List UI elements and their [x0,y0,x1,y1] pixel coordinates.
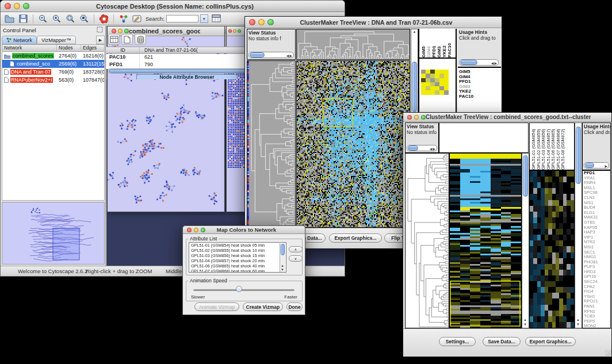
cluster-submatrix[interactable] [421,70,449,95]
matrix-cell[interactable] [421,82,426,86]
matrix-cell[interactable] [430,86,435,90]
attribute-list[interactable]: GPL51-01 (GSM854) heat shock 05 minGPL51… [189,242,286,273]
matrix-cell[interactable] [439,90,444,94]
right-vscrollbar[interactable]: ▲ ▼ [575,122,582,328]
treeview1-title-bar[interactable]: ClusterMaker TreeView : DNA and Tran 07-… [245,17,502,28]
matrix-cell[interactable] [430,70,435,74]
matrix-cell[interactable] [435,82,439,86]
scroll-thumb[interactable] [412,62,417,112]
minimize-icon[interactable] [414,115,419,120]
heatmap-vscrollbar[interactable]: ▲ ▼ [522,153,529,328]
scroll-thumb[interactable] [250,52,265,58]
row-dendrogram[interactable] [405,153,449,328]
zoom-in-icon[interactable] [51,13,62,24]
close-icon[interactable] [112,29,116,33]
matrix-cell[interactable] [444,78,449,82]
matrix-cell[interactable] [430,82,435,86]
delete-attribute-icon[interactable] [135,34,146,45]
zoom-out-icon[interactable] [37,13,48,24]
close-icon[interactable] [407,115,412,120]
float-panel-icon[interactable] [97,26,103,34]
attribute-item[interactable]: GPL51-04 (GSM857) heat shock 20 min [189,258,286,263]
array-label[interactable]: GPL51-01 (GSM854) [531,123,536,170]
scroll-thumb[interactable] [281,244,285,255]
save-icon[interactable] [18,13,29,24]
tab-vizmapper[interactable]: VizMapper™ [37,36,76,44]
matrix-cell[interactable] [426,70,430,74]
zoom-icon[interactable] [421,115,426,120]
matrix-cell[interactable] [435,70,439,74]
zoom-icon[interactable] [23,3,29,9]
tab-overflow-button[interactable]: ▶ [96,36,105,44]
network-table-row[interactable]: combined_scores2764(0)16218(0) [2,52,104,60]
scroll-thumb[interactable] [408,145,418,151]
scroll-arrows[interactable]: ▶ [605,163,608,169]
minimize-icon[interactable] [233,29,236,33]
matrix-cell[interactable] [430,90,435,94]
attribute-item[interactable]: GPL51-07 (GSM868) heat shock 60 min [189,269,286,273]
zoom-icon[interactable] [124,29,129,33]
scroll-up-icon[interactable]: ▲ [411,30,418,34]
scroll-arrows[interactable]: ◀▶ [286,53,293,59]
matrix-cell[interactable] [426,74,430,78]
scroll-arrows[interactable]: ◀▶ [430,146,436,152]
minimize-icon[interactable] [258,19,265,25]
scroll-up-icon[interactable]: ▲ [281,264,284,268]
main-title-bar[interactable]: Cytoscape Desktop (Session Name: collins… [1,1,345,12]
scroll-down-icon[interactable]: ▼ [576,323,580,327]
close-icon[interactable] [5,3,11,9]
array-label[interactable]: GPL51-03 (GSM856) [541,123,546,170]
matrix-cell[interactable] [444,70,449,74]
scroll-down-icon[interactable]: ▼ [281,268,284,272]
matrix-cell[interactable] [439,74,444,78]
open-folder-icon[interactable] [4,13,15,24]
array-label[interactable]: GPL51-02 (GSM855) [536,123,541,170]
matrix-cell[interactable] [421,78,426,82]
scroll-up-icon[interactable]: ▲ [576,318,580,322]
network-table-row[interactable]: RNAPuberNov2+I563(0)107847(0) [2,76,104,84]
minimize-icon[interactable] [118,29,123,33]
row-label[interactable]: PAC10 [458,94,501,99]
tab-network[interactable]: Network [2,36,37,44]
scroll-thumb[interactable] [523,155,528,197]
matrix-cell[interactable] [435,90,439,94]
main-heatmap-canvas[interactable] [296,60,410,228]
donebutton[interactable]: Done [286,302,303,311]
select-attributes-icon[interactable] [108,34,120,45]
matrix-cell[interactable] [444,86,449,90]
gene-label-list[interactable]: PFD1YRA1RNR4MSL1SPC98CLN1NIS1BUD4ELG1MAK… [582,170,611,328]
create-vizmapbutton[interactable]: Create Vizmap [243,302,283,311]
minimize-icon[interactable] [194,228,198,232]
resize-grip[interactable] [605,350,611,356]
search-input[interactable] [166,15,198,22]
matrix-cell[interactable] [421,70,426,74]
col-network[interactable]: Network [2,45,57,51]
close-icon[interactable] [187,228,192,232]
minimize-icon[interactable] [14,3,20,9]
scroll-thumb[interactable] [585,163,594,168]
attribute-item[interactable]: GPL51-01 (GSM854) heat shock 05 min [189,243,286,248]
scroll-up-icon[interactable]: ▲ [523,318,527,322]
attribute-item[interactable]: GPL51-06 (GSM865) heat shock 40 min [189,263,286,269]
row-dendrogram[interactable] [249,61,295,227]
matrix-cell[interactable] [430,78,435,82]
expression-heatmap-canvas[interactable] [449,153,522,328]
network-table-row[interactable]: combined_sco2569(6)13112(15) [2,60,104,68]
zoom-selected-icon[interactable] [79,13,90,24]
attribute-item[interactable]: GPL51-02 (GSM855) heat shock 10 min [189,248,286,253]
speed-slider-track[interactable] [193,289,294,291]
network-overview-panel[interactable] [2,202,105,265]
export-graphics-button[interactable]: Export Graphics... [525,337,576,346]
close-icon[interactable] [249,19,255,25]
column-dendrogram-panel[interactable] [439,122,529,153]
matrix-cell[interactable] [426,90,430,94]
move-down-button[interactable]: ∨ [289,255,303,262]
column-label[interactable]: YKE2 [442,29,447,58]
scroll-down-icon[interactable]: ▼ [523,323,527,327]
column-label[interactable]: PFD1 [431,29,437,58]
matrix-cell[interactable] [444,82,449,86]
attribute-item[interactable]: GPL51-03 (GSM856) heat shock 15 min [189,253,286,258]
matrix-cell[interactable] [439,70,444,74]
matrix-cell[interactable] [439,86,444,90]
array-label[interactable]: GPL51-06 (GSM865) [550,123,556,170]
